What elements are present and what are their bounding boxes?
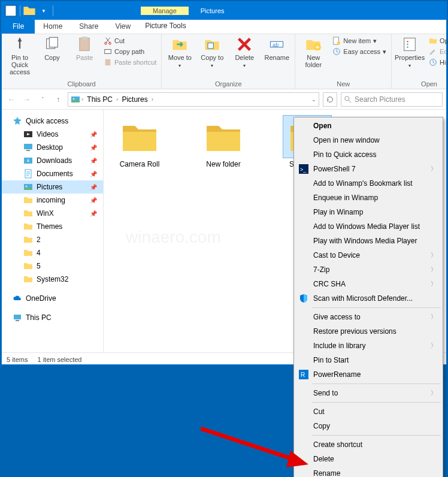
copy-button[interactable]: Copy	[38, 36, 66, 61]
shield-icon	[299, 294, 308, 303]
ctx-powerrename[interactable]: RPowerRename	[295, 367, 441, 382]
ctx-play-in-winamp[interactable]: Play in Winamp	[295, 205, 441, 219]
sidebar-item-pictures[interactable]: Pictures📌	[2, 180, 103, 194]
delete-button[interactable]: Delete▾	[230, 36, 259, 70]
search-input[interactable]: Search Pictures	[341, 92, 443, 107]
ctx-include-in-library[interactable]: Include in library〉	[295, 339, 441, 353]
ctx-pin-to-start[interactable]: Pin to Start	[295, 353, 441, 367]
folder-new-folder[interactable]: New folder	[193, 116, 253, 168]
tab-view[interactable]: View	[107, 20, 139, 34]
ctx-add-to-windows-media-player-list[interactable]: Add to Windows Media Player list	[295, 219, 441, 234]
svg-rect-5	[81, 37, 87, 40]
ctx-crc-sha[interactable]: CRC SHA〉	[295, 277, 441, 291]
sidebar-item-documents[interactable]: Documents📌	[2, 167, 103, 180]
history-button[interactable]: History	[428, 58, 448, 67]
ctx-label: CRC SHA	[313, 280, 346, 288]
tab-share[interactable]: Share	[71, 20, 107, 34]
search-icon	[344, 95, 352, 104]
sidebar-item-5[interactable]: 5	[2, 259, 103, 273]
crumb-pictures[interactable]: Pictures	[119, 94, 150, 105]
breadcrumb-dropdown[interactable]: ⌄	[311, 96, 316, 102]
open-button[interactable]: Open ▾	[428, 36, 448, 46]
svg-rect-4	[80, 38, 89, 51]
qat-folder-icon[interactable]	[23, 4, 36, 17]
new-item-button[interactable]: New item ▾	[331, 36, 388, 46]
edit-button[interactable]: Edit	[428, 47, 448, 56]
folder-camera-roll[interactable]: Camera Roll	[110, 116, 169, 168]
copy-path-button[interactable]: Copy path	[102, 47, 158, 56]
sidebar-item-winx[interactable]: WinX📌	[2, 207, 103, 220]
sidebar-this-pc[interactable]: This PC	[2, 311, 103, 324]
pic-icon	[23, 182, 33, 192]
sidebar-item-incoming[interactable]: incoming📌	[2, 194, 103, 207]
sidebar-quick-access[interactable]: Quick access	[2, 114, 103, 128]
properties-button[interactable]: Properties▾	[395, 36, 424, 70]
ctx-label: Give access to	[313, 313, 361, 321]
ctx-enqueue-in-winamp[interactable]: Enqueue in Winamp	[295, 191, 441, 205]
sidebar-item-label: 4	[37, 249, 41, 257]
ctx-restore-previous-versions[interactable]: Restore previous versions	[295, 324, 441, 339]
qat-dropdown-icon[interactable]: ▼	[37, 4, 50, 17]
svg-rect-1	[6, 6, 16, 16]
ctx-label: Play with Windows Media Player	[313, 237, 417, 245]
ctx-7-zip[interactable]: 7-Zip〉	[295, 262, 441, 277]
ctx-label: PowerRename	[313, 370, 361, 379]
tab-home[interactable]: Home	[35, 20, 71, 34]
sidebar-item-videos[interactable]: Videos📌	[2, 128, 103, 141]
nav-up-button[interactable]: ↑	[52, 93, 64, 105]
copy-to-button[interactable]: Copy to▾	[198, 36, 226, 70]
folder-icon	[23, 235, 33, 244]
sidebar-item-4[interactable]: 4	[2, 246, 103, 259]
sidebar-item-themes[interactable]: Themes	[2, 220, 103, 233]
nav-forward-button[interactable]: →	[21, 93, 33, 105]
pin-icon: 📌	[90, 171, 97, 177]
pin-to-quick-access-button[interactable]: Pin to Quick access	[5, 36, 34, 76]
nav-recent-button[interactable]: ˅	[37, 93, 49, 105]
sidebar-item-desktop[interactable]: Desktop📌	[2, 141, 103, 154]
folder-label: New folder	[193, 160, 253, 168]
ctx-open[interactable]: Open	[295, 119, 441, 133]
sidebar[interactable]: Quick access Videos📌Desktop📌Downloads📌Do…	[2, 110, 104, 352]
tab-picture-tools[interactable]: Picture Tools	[140, 20, 190, 34]
sidebar-onedrive[interactable]: OneDrive	[2, 292, 103, 305]
ctx-label: Pin to Quick access	[313, 150, 376, 159]
status-selection: 1 item selected	[37, 356, 81, 363]
ctx-open-in-new-window[interactable]: Open in new window	[295, 133, 441, 147]
ctx-powershell-7[interactable]: >_PowerShell 7〉	[295, 162, 441, 176]
ctx-cast-to-device[interactable]: Cast to Device〉	[295, 248, 441, 262]
qat-app-icon[interactable]	[4, 4, 17, 17]
ctx-send-to[interactable]: Send to〉	[295, 386, 441, 400]
paste-button[interactable]: Paste	[70, 36, 99, 61]
ctx-play-with-windows-media-player[interactable]: Play with Windows Media Player	[295, 234, 441, 248]
refresh-button[interactable]	[323, 92, 337, 107]
sidebar-item-system32[interactable]: System32	[2, 273, 103, 286]
ctx-pin-to-quick-access[interactable]: Pin to Quick access	[295, 147, 441, 162]
crumb-this-pc[interactable]: This PC	[84, 94, 115, 105]
doc-icon	[23, 169, 33, 179]
ctx-label: Restore previous versions	[313, 327, 396, 336]
breadcrumb[interactable]: › This PC › Pictures › ⌄	[68, 92, 319, 107]
svg-text:>_: >_	[300, 167, 307, 173]
sidebar-item-downloads[interactable]: Downloads📌	[2, 154, 103, 167]
ctx-add-to-winamp-s-bookmark-list[interactable]: Add to Winamp's Bookmark list	[295, 176, 441, 191]
easy-access-button[interactable]: Easy access ▾	[331, 47, 388, 56]
sidebar-item-label: 2	[37, 236, 41, 244]
sidebar-item-label: 5	[37, 262, 41, 270]
move-to-button[interactable]: Move to▾	[165, 36, 194, 70]
sidebar-item-label: Videos	[37, 130, 58, 138]
folder-icon	[23, 261, 33, 271]
nav-back-button[interactable]: ←	[5, 93, 17, 105]
ctx-cut[interactable]: Cut	[295, 404, 441, 419]
svg-point-19	[407, 44, 408, 45]
ctx-scan-with-microsoft-defender-[interactable]: Scan with Microsoft Defender...	[295, 291, 441, 306]
paste-shortcut-button[interactable]: Paste shortcut	[102, 58, 158, 67]
new-folder-button[interactable]: New folder	[299, 36, 328, 68]
ctx-label: Play in Winamp	[313, 208, 363, 216]
ctx-give-access-to[interactable]: Give access to〉	[295, 310, 441, 324]
pin-icon: 📌	[90, 184, 97, 191]
sidebar-item-2[interactable]: 2	[2, 233, 103, 246]
rename-button[interactable]: abRename	[262, 36, 291, 61]
cut-button[interactable]: Cut	[102, 36, 158, 46]
file-menu[interactable]: File	[2, 20, 35, 34]
submenu-arrow-icon: 〉	[431, 165, 437, 173]
